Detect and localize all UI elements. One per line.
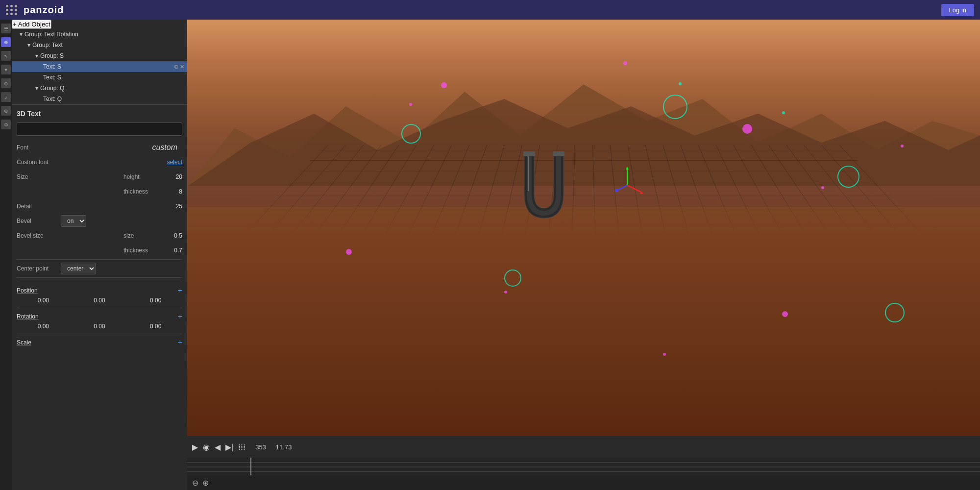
menu-icon[interactable]: ☰: [1, 24, 11, 33]
center-point-label: Center point: [17, 265, 61, 272]
position-add-button[interactable]: +: [178, 286, 182, 295]
login-button[interactable]: Log in: [941, 4, 974, 16]
separator: [17, 259, 182, 260]
particle: [782, 111, 785, 114]
center-point-row: Center point center left right: [17, 263, 182, 274]
text-input[interactable]: [17, 122, 182, 136]
bevel-size-row: Bevel size size 0.5: [17, 230, 182, 242]
play-button[interactable]: ▶: [192, 442, 198, 452]
zoom-out-button[interactable]: ⊖: [192, 478, 198, 488]
prev-frame-button[interactable]: ◀: [215, 442, 220, 452]
position-x: 0.00: [17, 297, 70, 304]
waveform-button[interactable]: ⁞⁞⁞: [238, 442, 245, 452]
tree-item-text-s-2[interactable]: Text: S: [12, 72, 187, 83]
tree-label: Group: Q: [40, 85, 64, 92]
settings-icon[interactable]: ⚙: [1, 120, 11, 129]
scale-add-button[interactable]: +: [178, 338, 182, 347]
rotation-coords: 0.00 0.00 0.00: [17, 323, 182, 330]
bevel-thickness-value: 0.7: [168, 247, 182, 254]
app-logo: panzoid: [24, 4, 941, 16]
scale-label: Scale: [17, 339, 31, 346]
rotation-add-button[interactable]: +: [178, 312, 182, 321]
detail-row: Detail 25: [17, 200, 182, 212]
track-line-1: [187, 462, 980, 463]
add-icon[interactable]: ⊕: [1, 106, 11, 116]
svg-rect-2: [523, 151, 535, 156]
tree-item-group-text[interactable]: ▾ Group: Text: [12, 40, 187, 50]
particle: [679, 82, 682, 85]
music-icon[interactable]: ♪: [1, 92, 11, 102]
tree-item-icons: ⧉ ✕: [174, 64, 187, 70]
custom-font-row: Custom font select: [17, 156, 182, 168]
position-z: 0.00: [129, 297, 182, 304]
left-panel: + Add Object ▾ Group: Text Rotation ▾ Gr…: [12, 20, 187, 490]
scene-tree: + Add Object ▾ Group: Text Rotation ▾ Gr…: [12, 20, 187, 105]
particle: [504, 291, 507, 294]
svg-rect-3: [553, 151, 564, 156]
tree-item-text-q[interactable]: Text: Q: [12, 94, 187, 104]
eye-button[interactable]: ◉: [203, 442, 210, 452]
add-object-button[interactable]: + Add Object: [12, 20, 51, 29]
timecode-2: 11.73: [276, 443, 292, 451]
size-row: Size height 20: [17, 171, 182, 183]
tree-item-group-s[interactable]: ▾ Group: S: [12, 50, 187, 61]
particle: [623, 61, 627, 65]
close-icon[interactable]: ✕: [180, 64, 184, 70]
svg-marker-7: [640, 191, 643, 194]
custom-font-label: Custom font: [17, 159, 61, 166]
rotation-y: 0.00: [73, 323, 126, 330]
position-y: 0.00: [73, 297, 126, 304]
particle: [346, 249, 352, 255]
height-value: 20: [168, 173, 182, 180]
font-row: Font custom: [17, 142, 182, 153]
collapse-icon: ▾: [35, 85, 38, 92]
detail-label: Detail: [17, 203, 61, 210]
tree-item-group-q[interactable]: ▾ Group: Q: [12, 83, 187, 94]
tree-label: Group: S: [40, 52, 64, 59]
track-line-3: [187, 471, 980, 472]
separator-2: [17, 277, 182, 278]
icon-bar: ☰ ⊕ ↖ ✦ ⊙ ♪ ⊕ ⚙: [0, 20, 12, 490]
zoom-in-button[interactable]: ⊕: [202, 478, 209, 488]
copy-icon[interactable]: ⧉: [174, 64, 178, 70]
ground-bg: [187, 186, 980, 436]
particle: [782, 311, 788, 317]
position-section: Position +: [17, 282, 182, 295]
bevel-row: Bevel on off: [17, 215, 182, 227]
timecode-1: 353: [255, 443, 266, 451]
center-point-dropdown[interactable]: center left right: [61, 263, 96, 274]
rotation-section: Rotation +: [17, 308, 182, 321]
tree-item-group-text-rotation[interactable]: ▾ Group: Text Rotation: [12, 29, 187, 40]
bevel-dropdown[interactable]: on off: [61, 215, 86, 227]
bevel-label: Bevel: [17, 218, 61, 224]
particle-ring: [837, 166, 859, 188]
height-label: height: [123, 173, 163, 180]
particle: [441, 82, 447, 88]
3d-object: [510, 145, 578, 224]
rotation-z: 0.00: [129, 323, 182, 330]
particle-ring: [885, 303, 905, 322]
view-icon[interactable]: ⊙: [1, 78, 11, 88]
tree-label: Text: Q: [43, 96, 62, 102]
next-frame-button[interactable]: ▶|: [225, 442, 233, 452]
particle-ring: [401, 124, 421, 144]
canvas-area[interactable]: [187, 20, 980, 436]
layers-icon[interactable]: ⊕: [1, 37, 11, 47]
font-value: custom: [152, 143, 177, 152]
playhead: [250, 458, 251, 475]
main-area: ☰ ⊕ ↖ ✦ ⊙ ♪ ⊕ ⚙ + Add Object ▾ Group: Te…: [0, 20, 980, 490]
particle-ring: [663, 95, 687, 119]
section-title: 3D Text: [17, 110, 182, 118]
cursor-icon[interactable]: ↖: [1, 51, 11, 61]
tree-item-text-s-selected[interactable]: Text: S ⧉ ✕: [12, 61, 187, 72]
tree-label: Text: S: [43, 74, 61, 81]
transform-icon[interactable]: ✦: [1, 65, 11, 74]
collapse-icon: ▾: [20, 31, 23, 38]
viewport[interactable]: ▶ ◉ ◀ ▶| ⁞⁞⁞ 353 11.73 ⊖ ⊕: [187, 20, 980, 490]
timeline-track[interactable]: [187, 458, 980, 475]
transform-gizmo: [608, 166, 647, 206]
rotation-label: Rotation: [17, 313, 39, 320]
topbar: panzoid Log in: [0, 0, 980, 20]
collapse-icon: ▾: [35, 52, 38, 59]
custom-font-select[interactable]: select: [167, 159, 182, 166]
